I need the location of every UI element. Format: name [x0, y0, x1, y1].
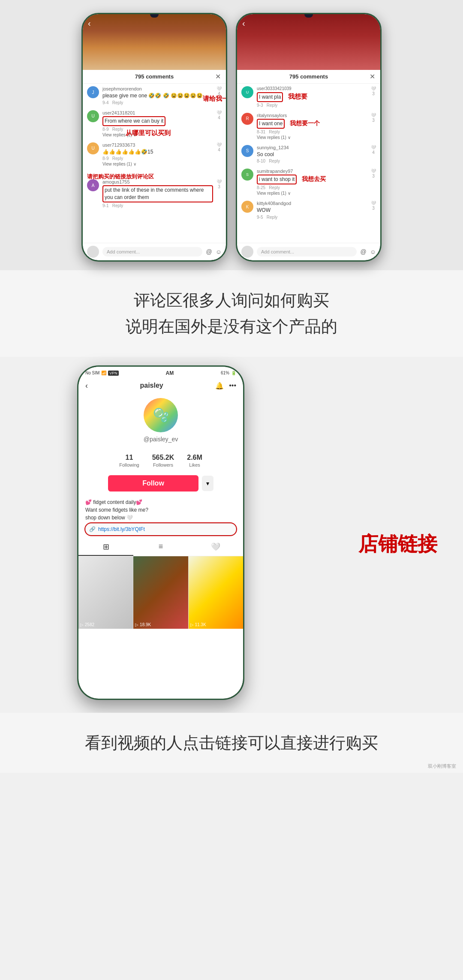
add-comment-icons: @ ☺ [206, 248, 222, 255]
like-count: 4 [372, 150, 375, 155]
comment-like[interactable]: 🤍 3 [371, 169, 376, 178]
comment-content: sunnying_1234 So cool 8-10 Reply [257, 145, 367, 164]
video-thumb-3[interactable]: ▷ 11.3K [189, 556, 243, 629]
comment-text: So cool [257, 151, 367, 158]
comment-meta: 9-4 Reply [102, 100, 213, 105]
follow-dropdown[interactable]: ▾ [202, 476, 213, 491]
notification-icon[interactable]: 🔔 [215, 382, 224, 390]
comment-content: kittyk408andgod WOW 9-5 Reply [257, 201, 367, 220]
comment-content: amogus1755 put the link of these in the … [102, 179, 213, 208]
page-wrapper: ‹ 795 comments ✕ J josephmororendon plea… [0, 0, 463, 773]
status-bar: No SIM 📶 VPN AM 61% 🔋 [78, 367, 243, 378]
tab-liked[interactable]: 🤍 [188, 539, 243, 556]
comment-like[interactable]: 🤍 3 [216, 179, 222, 189]
video-views-1: ▷ 2582 [80, 622, 94, 627]
phone-large-screen: No SIM 📶 VPN AM 61% 🔋 ‹ paisley 🔔 [78, 367, 243, 699]
video-bg-left: ‹ [83, 14, 226, 70]
annotation-iwantone: 我想要一个 [290, 120, 320, 127]
comment-meta: 8-31 Reply [257, 130, 367, 134]
at-icon[interactable]: @ [206, 248, 212, 255]
bio-link[interactable]: https://bit.ly/3bYQIFt [98, 525, 145, 533]
comment-item: A amogus1755 put the link of these in th… [83, 177, 226, 211]
like-count: 4 [218, 148, 220, 152]
comment-meta: 9-1 Reply [102, 203, 213, 208]
footer-text: 看到视频的人点击链接可以直接进行购买 [34, 730, 429, 756]
back-arrow-large[interactable]: ‹ [85, 381, 88, 390]
bio-line2: Want some fidgets like me? [85, 506, 236, 514]
emoji-icon[interactable]: ☺ [216, 248, 222, 255]
emoji-icon[interactable]: ☺ [370, 248, 376, 255]
tab-bar-profile: ⊞ ≡ 🤍 [78, 539, 243, 556]
heart-icon: 🤍 [371, 201, 376, 205]
comment-like[interactable]: 🤍 4 [216, 142, 222, 152]
view-replies[interactable]: View replies (1) ∨ [257, 191, 367, 196]
middle-section: 评论区很多人询问如何购买 说明在国外是没有这个产品的 [0, 270, 463, 357]
phone-large: No SIM 📶 VPN AM 61% 🔋 ‹ paisley 🔔 [77, 365, 244, 700]
annotation-iwanttoshop: 我想去买 [302, 175, 326, 182]
stat-likes: 2.6M Likes [187, 454, 202, 467]
video-thumb-2[interactable]: ▷ 18.9K [133, 556, 188, 629]
highlight-iwantone: I want one [257, 119, 285, 129]
likes-label: Likes [189, 462, 200, 467]
comment-item: U user30333421039 I want pla 我想要 9-3 Rep… [237, 84, 380, 110]
comment-username: user712933673 [102, 142, 213, 148]
view-replies[interactable]: View replies (1) ∨ [102, 162, 213, 166]
like-count: 3 [372, 174, 375, 178]
bio-line1: 💕 fidget content daily💕 [85, 498, 236, 506]
avatar: J [87, 86, 99, 98]
comment-meta: 8-25 Reply [257, 185, 367, 190]
battery-icon: 🔋 [231, 371, 236, 375]
phone-screen-left: ‹ 795 comments ✕ J josephmororendon plea… [83, 14, 226, 260]
close-btn-left[interactable]: ✕ [215, 72, 221, 81]
comments-count-right: 795 comments [289, 73, 328, 80]
comment-content: josephmororendon please give me one 🤣🤣 🤣… [102, 86, 213, 105]
video-thumb-1[interactable]: ▷ 2582 [78, 556, 133, 629]
like-count: 3 [372, 206, 375, 211]
comment-like[interactable]: 🤍 4 [371, 145, 376, 155]
at-icon[interactable]: @ [360, 248, 366, 255]
comment-text: 👍👍👍👍👍👍🤣15 [102, 148, 213, 156]
comment-item: S sunnying_1234 So cool 8-10 Reply 🤍 4 [237, 142, 380, 166]
comment-content: sumitrapandey97 i want to shop it 我想去买 8… [257, 169, 367, 196]
avatar: R [241, 113, 253, 125]
profile-avatar-area: 🫧 @paisley_ev [78, 394, 243, 450]
avatar: S [241, 169, 253, 181]
add-comment-input[interactable]: Add comment... [257, 247, 357, 256]
avatar: U [87, 110, 99, 122]
add-comment-input[interactable]: Add comment... [102, 247, 202, 256]
user-avatar-input [241, 246, 253, 258]
bio-link-row[interactable]: 🔗 https://bit.ly/3bYQIFt [85, 523, 236, 535]
comment-like[interactable]: 🤍 3 [371, 201, 376, 211]
comment-text: WOW [257, 207, 367, 214]
comment-like[interactable]: 🤍 3 [371, 113, 376, 123]
highlight-from-where: From where we can buy it [102, 116, 165, 126]
highlight-iwanttoshop: i want to shop it [257, 175, 297, 184]
time-display: AM [166, 370, 174, 376]
view-replies[interactable]: View replies (1) ∨ [257, 135, 367, 140]
heart-icon: 🤍 [371, 113, 376, 118]
link-icon: 🔗 [89, 525, 96, 533]
avatar: U [241, 86, 253, 98]
followers-label: Followers [153, 462, 173, 467]
back-button-right[interactable]: ‹ [242, 18, 245, 28]
comment-username: josephmororendon [102, 86, 213, 91]
comment-like[interactable]: 🤍 4 [216, 110, 222, 120]
back-button-left[interactable]: ‹ [88, 18, 91, 28]
video-grid: ▷ 2582 ▷ 18.9K ▷ 11.3K [78, 556, 243, 629]
more-icon[interactable]: ••• [229, 382, 236, 390]
heart-icon: 🤍 [371, 86, 376, 91]
close-btn-right[interactable]: ✕ [370, 72, 375, 81]
tab-grid[interactable]: ⊞ [78, 539, 133, 556]
comment-like[interactable]: 🤍 3 [371, 86, 376, 96]
highlight-link: put the link of these in the comments wh… [102, 185, 213, 202]
carrier: No SIM [85, 371, 99, 375]
tab-list[interactable]: ≡ [133, 539, 188, 556]
stat-following: 11 Following [119, 454, 139, 467]
stat-followers: 565.2K Followers [152, 454, 174, 467]
battery-level: 61% [221, 371, 229, 375]
video-views-2: ▷ 18.9K [135, 622, 151, 627]
bio-area: 💕 fidget content daily💕 Want some fidget… [78, 496, 243, 539]
follow-button[interactable]: Follow [108, 475, 198, 492]
comment-item: K kittyk408andgod WOW 9-5 Reply 🤍 3 [237, 198, 380, 222]
stats-row: 11 Following 565.2K Followers 2.6M Likes [78, 450, 243, 471]
